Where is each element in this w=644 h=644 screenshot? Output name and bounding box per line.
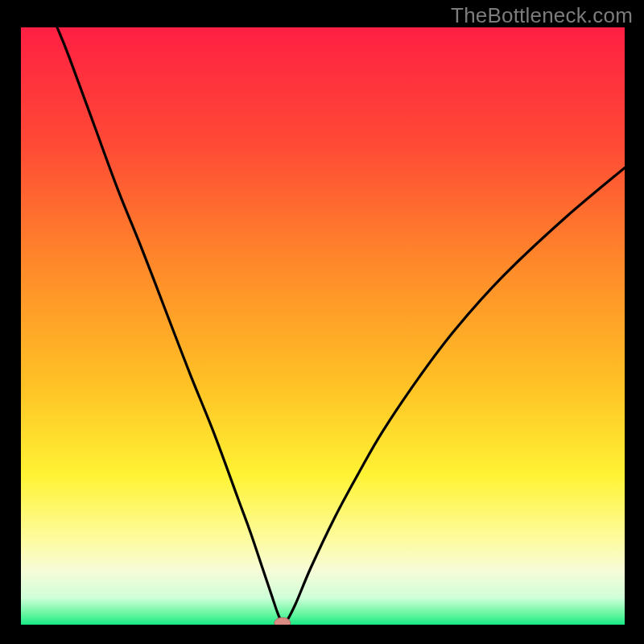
svg-point-0 xyxy=(275,617,291,625)
chart-frame: TheBottleneck.com xyxy=(0,0,644,644)
minimum-marker xyxy=(275,617,291,625)
gradient-background xyxy=(21,27,625,625)
chart-svg xyxy=(21,27,625,625)
watermark-text: TheBottleneck.com xyxy=(451,3,633,28)
plot-area xyxy=(21,27,625,625)
